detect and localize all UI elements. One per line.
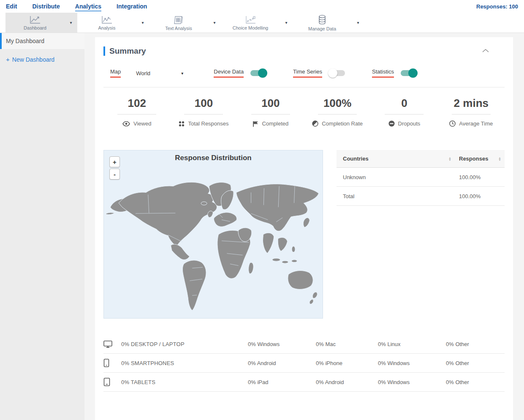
- table-row: Total 100.00%: [337, 187, 505, 206]
- line-chart-icon: [29, 15, 41, 25]
- chevron-down-icon: ▾: [181, 71, 183, 76]
- scatter-chart-icon: [244, 15, 257, 25]
- summary-card: Summary Map World ▾ Device Data Time Ser…: [95, 37, 513, 420]
- page-title: Summary: [109, 46, 146, 56]
- world-map[interactable]: [104, 150, 323, 318]
- main-area: Summary Map World ▾ Device Data Time Ser…: [84, 33, 524, 420]
- minus-circle-icon: [388, 120, 395, 127]
- countries-table: Countries ▲▼ Responses ▲▼ Unknown 100.00…: [337, 150, 505, 319]
- chevron-down-icon[interactable]: ▾: [352, 20, 364, 25]
- summary-controls: Map World ▾ Device Data Time Series Stat…: [110, 68, 505, 78]
- tablet-icon: [103, 378, 110, 386]
- collapse-chevron-icon[interactable]: [481, 47, 490, 55]
- countries-table-header: Countries ▲▼ Responses ▲▼: [337, 150, 505, 168]
- response-distribution-map[interactable]: Response Distribution + -: [103, 150, 323, 319]
- stat-completed: 100 Completed: [237, 97, 304, 127]
- device-row-smartphones: 0% SMARTPHONES 0% Android 0% iPhone 0% W…: [103, 354, 505, 373]
- device-row-desktop: 0% DESKTOP / LAPTOP 0% Windows 0% Mac 0%…: [103, 335, 505, 354]
- map-region-select[interactable]: World ▾: [136, 70, 183, 76]
- device-data-label: Device Data: [214, 68, 244, 78]
- nav-analytics[interactable]: Analytics: [75, 1, 101, 11]
- countries-column-header[interactable]: Countries: [343, 155, 369, 162]
- time-series-label: Time Series: [293, 68, 322, 78]
- device-row-tablets: 0% TABLETS 0% iPad 0% Android 0% Windows…: [103, 373, 505, 392]
- chevron-down-icon[interactable]: ▾: [136, 20, 149, 25]
- statistics-toggle[interactable]: [401, 70, 417, 76]
- sidebar-item-my-dashboard[interactable]: My Dashboard: [0, 33, 84, 49]
- chevron-down-icon[interactable]: ▾: [280, 20, 293, 25]
- top-nav: Edit Distribute Analytics Integration Re…: [0, 0, 524, 13]
- stats-row: 102 Viewed 100 Total Responses: [103, 97, 505, 127]
- divider: [103, 87, 505, 87]
- toolbar-choice-modelling[interactable]: Choice Modelling ▾: [221, 13, 293, 33]
- dots-grid-icon: [179, 121, 185, 127]
- line-chart-icon: [100, 15, 113, 25]
- flag-icon: [252, 121, 258, 127]
- plus-icon: +: [6, 56, 10, 63]
- time-series-toggle[interactable]: [329, 70, 345, 76]
- device-data-toggle[interactable]: [250, 70, 266, 76]
- chevron-down-icon[interactable]: ▾: [65, 20, 77, 25]
- map-title: Response Distribution: [104, 154, 323, 162]
- eye-icon: [122, 121, 130, 126]
- nav-integration[interactable]: Integration: [117, 1, 147, 11]
- database-icon: [317, 14, 328, 25]
- toolbar-manage-data[interactable]: Manage Data ▾: [293, 13, 364, 33]
- statistics-label: Statistics: [372, 68, 394, 78]
- desktop-icon: [103, 341, 112, 348]
- sort-icon[interactable]: ▲▼: [448, 157, 451, 161]
- sort-icon[interactable]: ▲▼: [498, 157, 501, 161]
- table-row: Unknown 100.00%: [337, 168, 505, 187]
- toolbar-analysis[interactable]: Analysis ▾: [77, 13, 149, 33]
- nav-distribute[interactable]: Distribute: [32, 1, 60, 11]
- new-dashboard-button[interactable]: + New Dashboard: [6, 56, 84, 63]
- half-pie-icon: [312, 120, 318, 127]
- stat-completion-rate: 100% Completion Rate: [304, 97, 371, 127]
- responses-count[interactable]: Responses: 100: [476, 3, 518, 10]
- map-zoom-out-button[interactable]: -: [109, 169, 120, 180]
- clock-icon: [449, 120, 456, 127]
- stat-dropouts: 0 Dropouts: [371, 97, 437, 127]
- stat-total-responses: 100 Total Responses: [170, 97, 237, 127]
- accent-bar: [103, 46, 105, 56]
- device-data-table: 0% DESKTOP / LAPTOP 0% Windows 0% Mac 0%…: [103, 335, 505, 392]
- smartphone-icon: [103, 359, 109, 367]
- toolbar-dashboard[interactable]: Dashboard ▾: [5, 13, 77, 33]
- analytics-toolbar: Dashboard ▾ Analysis ▾ Text: [0, 13, 524, 33]
- nav-edit[interactable]: Edit: [6, 1, 17, 11]
- stat-viewed: 102 Viewed: [103, 97, 170, 127]
- responses-column-header[interactable]: Responses: [459, 155, 488, 162]
- map-label: Map: [110, 68, 121, 78]
- document-grid-icon: [173, 15, 184, 25]
- chevron-down-icon[interactable]: ▾: [208, 20, 221, 25]
- map-zoom-in-button[interactable]: +: [109, 156, 120, 167]
- dashboard-sidebar: My Dashboard + New Dashboard: [0, 33, 84, 420]
- stat-average-time: 2 mins Average Time: [438, 97, 505, 127]
- toolbar-text-analysis[interactable]: Text Analysis ▾: [149, 13, 221, 33]
